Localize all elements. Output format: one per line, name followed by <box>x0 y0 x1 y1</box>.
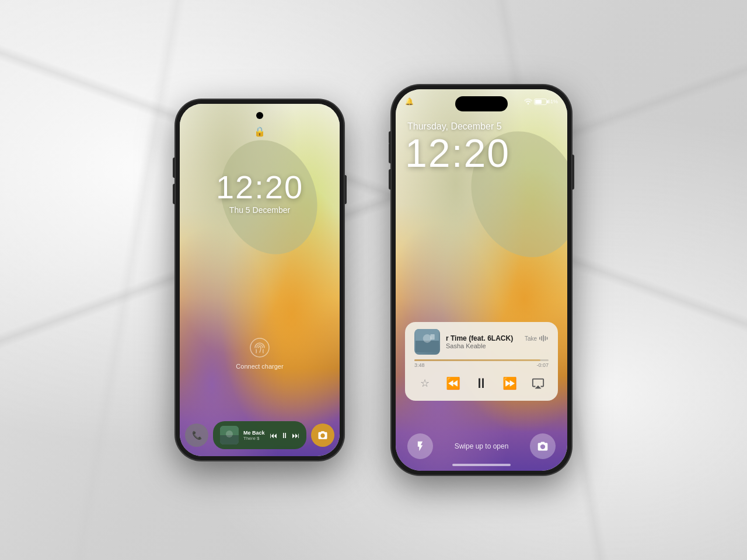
android-bottom-bar: 📞 Me Back There $ ⏮ <box>185 421 334 449</box>
music-favorite-button[interactable]: ☆ <box>414 373 435 394</box>
iphone-song-artist: Sasha Keable <box>446 342 549 349</box>
android-song-title: Me Back <box>243 430 265 436</box>
progress-fill <box>414 359 540 361</box>
music-waveform-icon <box>539 335 549 342</box>
android-screen: 🔒 12:20 Thu 5 December Connect charger 📞 <box>180 104 340 456</box>
iphone-status-left: 🔔 <box>405 97 414 106</box>
connect-charger-text: Connect charger <box>180 363 340 370</box>
android-play-pause-button[interactable]: ⏸ <box>281 431 288 440</box>
android-phone: 🔒 12:20 Thu 5 December Connect charger 📞 <box>175 99 344 461</box>
music-fast-forward-button[interactable]: ⏩ <box>500 373 521 394</box>
iphone-power-btn[interactable] <box>572 155 574 190</box>
iphone-vol-up-btn[interactable] <box>389 143 391 163</box>
android-camera-button[interactable] <box>311 424 334 447</box>
android-next-button[interactable]: ⏭ <box>292 431 299 440</box>
iphone-song-title: r Time (feat. 6LACK) <box>446 334 513 342</box>
iphone-status-right: 61% <box>524 98 558 105</box>
iphone-time: 12:20 <box>405 130 510 176</box>
android-time: 12:20 <box>180 168 340 206</box>
progress-times: 3:48 -0:07 <box>414 362 549 368</box>
android-song-subtitle: There $ <box>243 436 265 441</box>
fingerprint-icon[interactable] <box>249 337 270 358</box>
music-info: r Time (feat. 6LACK) Take <box>446 334 549 349</box>
iphone-album-art <box>414 329 440 355</box>
iphone-vol-down-btn[interactable] <box>389 169 391 190</box>
svg-rect-9 <box>539 337 540 340</box>
svg-point-3 <box>226 430 233 438</box>
android-phone-button[interactable]: 📞 <box>185 424 208 447</box>
iphone-bell-icon: 🔔 <box>405 97 414 106</box>
android-power-btn[interactable] <box>344 175 347 204</box>
iphone-home-indicator[interactable] <box>452 464 511 466</box>
android-prev-button[interactable]: ⏮ <box>270 431 277 440</box>
time-elapsed: 3:48 <box>414 362 425 368</box>
svg-rect-12 <box>545 336 546 341</box>
iphone-swipe-text: Swipe up to open <box>455 442 509 450</box>
dynamic-island <box>455 96 508 111</box>
android-punchhole-camera <box>256 112 263 119</box>
iphone-mute-switch[interactable] <box>389 131 391 144</box>
svg-point-4 <box>528 103 529 104</box>
android-lock-icon: 🔒 <box>254 126 266 137</box>
music-progress-bar[interactable]: 3:48 -0:07 <box>414 359 549 368</box>
iphone-torch-button[interactable] <box>407 433 433 459</box>
music-player-top: r Time (feat. 6LACK) Take <box>414 329 549 355</box>
android-vol-down-btn[interactable] <box>173 184 175 204</box>
svg-rect-13 <box>547 337 548 340</box>
iphone-bottom-bar: Swipe up to open <box>396 433 567 459</box>
android-date: Thu 5 December <box>180 205 340 215</box>
svg-point-0 <box>250 338 269 357</box>
iphone-screen: 🔔 61% <box>396 89 567 471</box>
music-play-pause-button[interactable]: ⏸ <box>471 373 492 394</box>
music-controls: ☆ ⏪ ⏸ ⏩ <box>414 373 549 394</box>
iphone-song-label: Take <box>525 335 549 342</box>
music-rewind-button[interactable]: ⏪ <box>443 373 464 394</box>
android-vol-up-btn[interactable] <box>173 158 175 178</box>
iphone-wifi-icon <box>524 98 532 105</box>
svg-rect-11 <box>543 335 544 341</box>
iphone-music-player[interactable]: r Time (feat. 6LACK) Take <box>405 322 558 401</box>
android-music-widget[interactable]: Me Back There $ ⏮ ⏸ ⏭ <box>213 421 306 449</box>
svg-point-7 <box>423 334 432 343</box>
time-remaining: -0:07 <box>536 362 549 368</box>
iphone-battery-icon: 61% <box>534 99 558 105</box>
music-airplay-button[interactable] <box>528 373 549 394</box>
iphone: 🔔 61% <box>391 85 572 475</box>
svg-rect-8 <box>430 334 434 340</box>
phones-container: 🔒 12:20 Thu 5 December Connect charger 📞 <box>29 18 718 542</box>
android-album-art <box>220 426 239 444</box>
android-music-controls: ⏮ ⏸ ⏭ <box>270 431 299 440</box>
iphone-camera-button[interactable] <box>530 433 556 459</box>
svg-rect-10 <box>541 336 542 341</box>
